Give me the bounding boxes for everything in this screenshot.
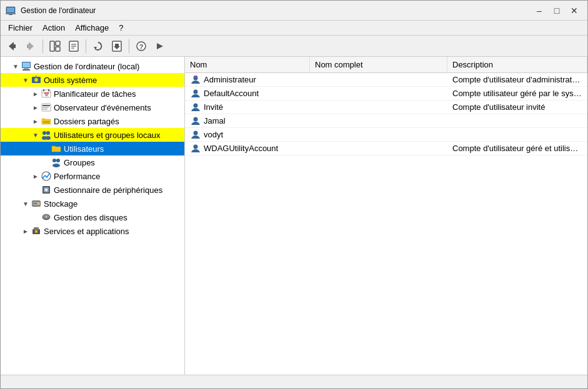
toolbar-sep-1 bbox=[42, 39, 43, 53]
tree-utilisateurs-groupes-expander[interactable]: ▼ bbox=[31, 130, 41, 140]
tree-dossiers-partages[interactable]: ► Dossiers partagés bbox=[1, 114, 184, 128]
tree-groupes-label: Groupes bbox=[64, 158, 182, 167]
col-header-nom[interactable]: Nom bbox=[185, 57, 310, 72]
col-header-nom-complet[interactable]: Nom complet bbox=[310, 57, 447, 72]
tree-groupes-expander[interactable] bbox=[41, 157, 51, 167]
tree-outils-systeme[interactable]: ▼ Outils système bbox=[1, 73, 184, 87]
tree-gestionnaire-label: Gestionnaire de périphériques bbox=[54, 185, 182, 195]
tree-root[interactable]: ▼ Gestion de l'ordinateur (local) bbox=[1, 59, 184, 73]
svg-rect-30 bbox=[48, 89, 49, 91]
svg-marker-4 bbox=[9, 42, 14, 51]
tree-gestion-disques-label: Gestion des disques bbox=[54, 213, 182, 222]
tree-planificateur[interactable]: ► 📅 Planificateur de tâches bbox=[1, 87, 184, 101]
list-cell-desc-wdagutility: Compte d'utilisateur géré et utilisé… bbox=[447, 144, 587, 153]
tree-gestionnaire-peripheriques[interactable]: Gestionnaire de périphériques bbox=[1, 183, 184, 197]
user-icon-vodyt bbox=[190, 129, 201, 140]
user-icon-jamal bbox=[190, 116, 201, 127]
tree-services-expander[interactable]: ► bbox=[21, 226, 31, 236]
tree-outils-expander[interactable]: ▼ bbox=[21, 75, 31, 85]
tree-stockage[interactable]: ▼ Stockage bbox=[1, 197, 184, 210]
back-button[interactable] bbox=[3, 37, 21, 55]
refresh-button[interactable] bbox=[89, 37, 107, 55]
show-tree-button[interactable] bbox=[46, 37, 64, 55]
forward-button[interactable] bbox=[22, 37, 39, 55]
svg-rect-36 bbox=[42, 109, 47, 110]
svg-point-63 bbox=[194, 103, 198, 107]
performance-icon bbox=[41, 170, 52, 182]
tree-utilisateurs[interactable]: Utilisateurs bbox=[1, 142, 184, 155]
svg-point-66 bbox=[194, 144, 198, 149]
col-header-description[interactable]: Description bbox=[447, 57, 587, 72]
tree-performance[interactable]: ► Performance bbox=[1, 169, 184, 183]
tree-planificateur-expander[interactable]: ► bbox=[31, 89, 41, 99]
window-icon bbox=[6, 6, 16, 16]
tree-gestion-disques[interactable]: Gestion des disques bbox=[1, 210, 184, 224]
properties-button[interactable] bbox=[65, 37, 82, 55]
close-button[interactable]: ✕ bbox=[566, 2, 582, 19]
svg-rect-29 bbox=[43, 89, 44, 91]
tree-outils-label: Outils système bbox=[44, 76, 182, 85]
tree-observateur-expander[interactable]: ► bbox=[31, 102, 41, 112]
menu-affichage[interactable]: Affichage bbox=[70, 22, 114, 34]
services-icon bbox=[31, 225, 42, 237]
tree-performance-expander[interactable]: ► bbox=[31, 171, 41, 181]
export-button[interactable] bbox=[108, 37, 126, 55]
svg-point-42 bbox=[46, 136, 51, 140]
menu-action[interactable]: Action bbox=[37, 22, 70, 34]
list-cell-nom-invite: Invité bbox=[185, 102, 310, 113]
svg-point-52 bbox=[38, 203, 40, 205]
svg-rect-34 bbox=[42, 105, 50, 106]
tree-utilisateurs-groupes[interactable]: ▼ Utilisateurs et groupes locaux bbox=[1, 128, 184, 142]
svg-rect-1 bbox=[7, 7, 14, 12]
svg-point-44 bbox=[56, 159, 60, 162]
help-button[interactable]: ? bbox=[132, 37, 150, 55]
maximize-button[interactable]: □ bbox=[549, 2, 565, 19]
svg-point-40 bbox=[46, 131, 50, 135]
svg-rect-37 bbox=[43, 121, 49, 122]
list-item[interactable]: WDAGUtilityAccount Compte d'utilisateur … bbox=[185, 142, 587, 155]
list-item[interactable]: Jamal bbox=[185, 114, 587, 128]
content-area: ▼ Gestion de l'ordinateur (local) ▼ bbox=[1, 57, 587, 375]
list-item[interactable]: Administrateur Compte d'utilisateur d'ad… bbox=[185, 73, 587, 87]
svg-rect-10 bbox=[56, 47, 60, 51]
tree-stockage-expander[interactable]: ▼ bbox=[21, 199, 31, 209]
list-cell-desc-administrateur: Compte d'utilisateur d'administrat… bbox=[447, 75, 587, 84]
tree-root-expander[interactable]: ▼ bbox=[11, 61, 21, 71]
toolbar-sep-2 bbox=[86, 39, 86, 53]
list-cell-nom-defaultaccount: DefaultAccount bbox=[185, 88, 310, 99]
list-item[interactable]: Invité Compte d'utilisateur invité bbox=[185, 101, 587, 114]
tree-gestion-disques-expander[interactable] bbox=[31, 212, 41, 222]
user-icon-defaultaccount bbox=[190, 88, 201, 99]
tree-groupes[interactable]: Groupes bbox=[1, 155, 184, 169]
tree-root-label: Gestion de l'ordinateur (local) bbox=[34, 62, 182, 71]
svg-marker-6 bbox=[29, 42, 34, 51]
tree-utilisateurs-expander[interactable] bbox=[41, 144, 51, 154]
observateur-icon bbox=[41, 102, 52, 113]
more-button[interactable] bbox=[151, 37, 169, 55]
list-cell-nom-jamal: Jamal bbox=[185, 116, 310, 127]
status-bar bbox=[1, 375, 587, 388]
menu-fichier[interactable]: Fichier bbox=[3, 22, 37, 34]
user-icon-administrateur bbox=[190, 74, 201, 86]
tree-services[interactable]: ► Services et applications bbox=[1, 224, 184, 238]
svg-point-39 bbox=[42, 131, 46, 135]
list-header: Nom Nom complet Description bbox=[185, 57, 587, 73]
list-cell-nom-vodyt: vodyt bbox=[185, 129, 310, 140]
tree-utilisateurs-groupes-label: Utilisateurs et groupes locaux bbox=[54, 130, 182, 140]
tree-observateur[interactable]: ► Observateur d'événements bbox=[1, 101, 184, 114]
svg-point-64 bbox=[194, 117, 198, 121]
tree-dossiers-expander[interactable]: ► bbox=[31, 116, 41, 126]
dossiers-icon bbox=[41, 116, 52, 127]
list-item[interactable]: DefaultAccount Compte utilisateur géré p… bbox=[185, 87, 587, 101]
svg-point-49 bbox=[45, 189, 47, 191]
list-item[interactable]: vodyt bbox=[185, 128, 587, 142]
svg-rect-53 bbox=[33, 203, 37, 204]
menu-help[interactable]: ? bbox=[114, 22, 128, 34]
svg-rect-23 bbox=[24, 68, 29, 69]
tree-gestionnaire-expander[interactable] bbox=[31, 185, 41, 195]
svg-rect-35 bbox=[42, 107, 49, 108]
svg-point-43 bbox=[52, 159, 56, 162]
svg-rect-27 bbox=[36, 76, 37, 78]
minimize-button[interactable]: – bbox=[531, 2, 547, 19]
svg-rect-24 bbox=[22, 69, 30, 71]
